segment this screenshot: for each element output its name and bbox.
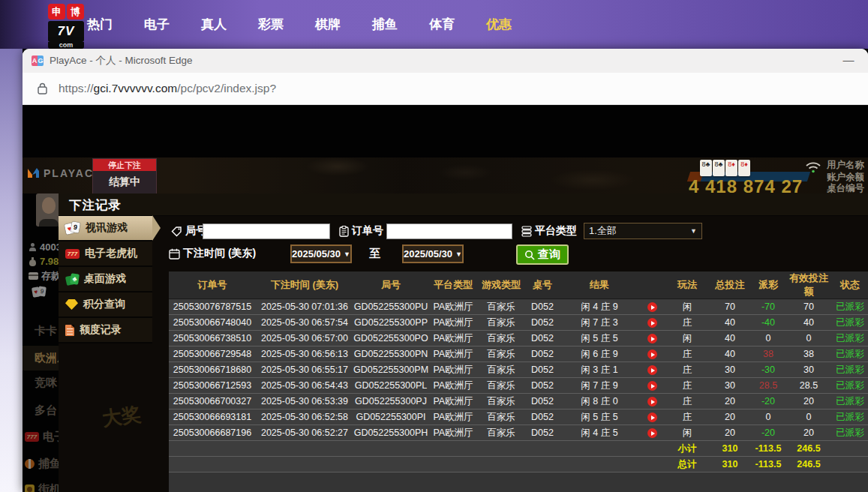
table-cell-table_no: D052 <box>524 394 560 410</box>
table-row: 2505300667480402025-05-30 06:57:54GD0522… <box>169 315 868 331</box>
cards-icon <box>65 222 80 234</box>
logo-badge-2: 博 <box>67 4 84 20</box>
modal-tab-桌面游戏[interactable]: 桌面游戏 <box>59 267 152 292</box>
replay-button[interactable] <box>647 318 657 328</box>
table-header: 游戏类型 <box>478 272 524 299</box>
table-cell-platform: PA欧洲厅 <box>428 299 478 315</box>
records-table: 订单号下注时间 (美东)局号平台类型游戏类型桌号结果玩法总投注派彩有效投注额状态… <box>169 272 868 472</box>
favicon: AG <box>32 56 44 66</box>
table-cell-play_btn <box>638 378 665 394</box>
table-cell-payout: -30 <box>751 362 785 378</box>
table-cell-valid: 30 <box>785 362 832 378</box>
table-row: 2505300666931812025-05-30 06:52:58GD0522… <box>169 410 868 425</box>
nav-item[interactable]: 优惠 <box>486 16 512 33</box>
replay-button[interactable] <box>647 365 657 375</box>
playing-card: 8♣ <box>713 160 725 176</box>
search-button[interactable]: 查询 <box>516 244 569 265</box>
nav-item[interactable]: 捕鱼 <box>372 16 398 33</box>
total-cell <box>560 441 638 457</box>
minimize-button[interactable]: — <box>836 50 860 71</box>
table-header: 派彩 <box>751 272 785 299</box>
url-text[interactable]: https://gci.7vvvvvv.com/pc/pcv2/index.js… <box>59 73 276 104</box>
table-cell-game: 百家乐 <box>478 331 524 346</box>
table-cell-play_btn <box>638 315 665 331</box>
modal-tab-label: 额度记录 <box>80 323 122 337</box>
calendar-icon <box>169 248 180 260</box>
total-cell <box>560 457 638 472</box>
browser-titlebar[interactable]: AG PlayAce - 个人 - Microsoft Edge — <box>23 49 868 73</box>
table-cell-table_no: D052 <box>524 331 560 346</box>
nav-item[interactable]: 彩票 <box>258 16 284 33</box>
table-cell-round: GD052255300PO <box>353 331 428 346</box>
total-cell <box>478 457 524 472</box>
modal-tab-额度记录[interactable]: 额度记录 <box>59 318 152 344</box>
modal-tab-积分查询[interactable]: 积分查询 <box>59 292 152 318</box>
modal-sidebar: 视讯游戏电子老虎机桌面游戏积分查询额度记录 <box>59 216 152 344</box>
chevron-down-icon: ▼ <box>455 250 462 258</box>
table-row: 2505300667003272025-05-30 06:53:39GD0522… <box>169 394 868 410</box>
dealt-cards: 8♣8♣8♦8♦ <box>700 160 750 176</box>
table-cell-valid: 28.5 <box>785 378 832 394</box>
total-cell <box>832 457 868 472</box>
records-table-area: 订单号下注时间 (美东)局号平台类型游戏类型桌号结果玩法总投注派彩有效投注额状态… <box>169 272 868 492</box>
replay-button[interactable] <box>647 381 657 391</box>
table-header <box>638 272 665 299</box>
table-cell-platform: PA欧洲厅 <box>428 331 478 346</box>
replay-button[interactable] <box>647 334 657 344</box>
replay-button[interactable] <box>647 412 657 422</box>
platform-type-select[interactable]: 1.全部▼ <box>584 223 702 239</box>
nav-item[interactable]: 电子 <box>144 16 170 33</box>
table-cell-status: 已派彩 <box>832 425 868 441</box>
modal-tab-电子老虎机[interactable]: 电子老虎机 <box>59 242 152 267</box>
round-id-input[interactable] <box>203 224 330 239</box>
table-cell-play_btn <box>638 425 665 441</box>
table-row: 2505300767875152025-05-30 07:01:36GD0522… <box>169 299 868 315</box>
table-cell-result: 闲 5 庄 5 <box>560 410 638 425</box>
table-cell-table_no: D052 <box>524 346 560 362</box>
table-cell-total: 40 <box>709 331 751 346</box>
replay-button[interactable] <box>647 350 657 359</box>
total-cell: -113.5 <box>751 457 785 472</box>
order-id-input[interactable] <box>386 224 512 239</box>
table-cell-status: 已派彩 <box>832 346 868 362</box>
user-info-panel: 用户名称账户余额桌台编号 <box>805 160 864 195</box>
total-cell <box>478 441 524 457</box>
replay-button[interactable] <box>647 397 657 406</box>
total-cell <box>638 457 665 472</box>
nav-item[interactable]: 棋牌 <box>315 16 341 33</box>
platform-type-label: 平台类型 <box>535 224 577 238</box>
address-bar[interactable]: https://gci.7vvvvvv.com/pc/pcv2/index.js… <box>23 73 868 105</box>
nav-item[interactable]: 真人 <box>201 16 227 33</box>
table-cell-platform: PA欧洲厅 <box>428 378 478 394</box>
table-cell-total: 20 <box>709 410 751 425</box>
table-cell-status: 已派彩 <box>832 394 868 410</box>
site-logo[interactable]: 申 博 7V com <box>48 4 86 49</box>
table-cell-play: 庄 <box>665 394 709 410</box>
table-row: 2505300667125932025-05-30 06:54:43GD0522… <box>169 378 868 394</box>
table-games-icon <box>65 274 79 285</box>
date-from-picker[interactable]: 2025/05/30▼ <box>290 244 352 263</box>
table-cell-payout: 38 <box>751 346 785 362</box>
table-cell-time: 2025-05-30 06:54:43 <box>256 378 353 394</box>
nav-item[interactable]: 体育 <box>429 16 455 33</box>
table-cell-game: 百家乐 <box>478 410 524 425</box>
table-cell-table_no: D052 <box>524 378 560 394</box>
table-cell-time: 2025-05-30 06:55:17 <box>256 362 353 378</box>
nav-item[interactable]: 热门 <box>87 16 113 33</box>
replay-button[interactable] <box>647 302 657 312</box>
table-header: 玩法 <box>665 272 709 299</box>
date-to-picker[interactable]: 2025/05/30▼ <box>402 244 464 263</box>
table-cell-valid: 0 <box>785 410 832 425</box>
table-cell-order: 250530066712593 <box>169 378 256 394</box>
table-cell-result: 闲 6 庄 9 <box>560 346 638 362</box>
game-tile[interactable]: 停止下注 结算中 <box>92 158 157 194</box>
modal-tab-视讯游戏[interactable]: 视讯游戏 <box>59 216 152 242</box>
logo-badge-1: 申 <box>48 4 65 20</box>
quota-icon <box>65 325 74 336</box>
replay-button[interactable] <box>647 428 657 438</box>
table-cell-play: 庄 <box>665 315 709 331</box>
table-cell-order: 250530066738510 <box>169 331 256 346</box>
table-cell-time: 2025-05-30 06:57:54 <box>256 315 353 331</box>
browser-window: AG PlayAce - 个人 - Microsoft Edge — https… <box>23 49 868 492</box>
site-nav-bar: 申 博 7V com 热门电子真人彩票棋牌捕鱼体育优惠 <box>0 0 868 49</box>
